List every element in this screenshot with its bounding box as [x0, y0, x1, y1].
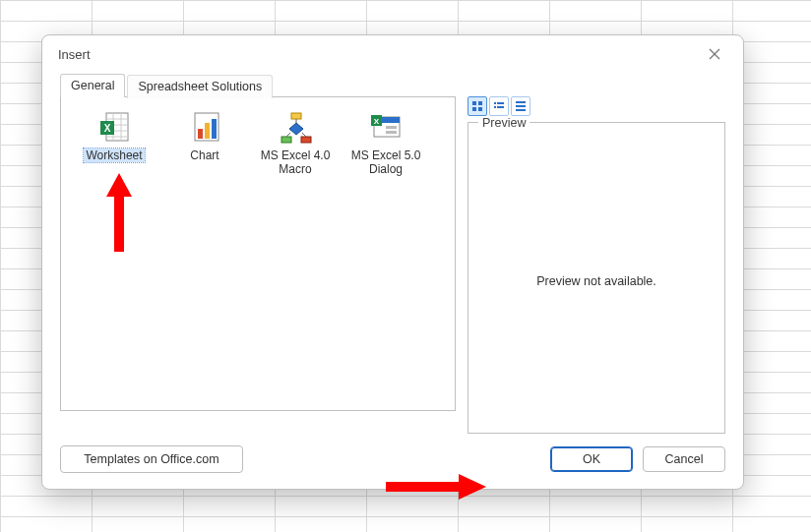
excel-dialog-icon: X	[368, 109, 404, 145]
preview-panel: Preview Preview not available.	[468, 122, 725, 434]
svg-rect-24	[386, 126, 397, 129]
svg-rect-34	[494, 106, 496, 108]
svg-rect-36	[516, 101, 526, 103]
dialog-footer: Templates on Office.com OK Cancel	[42, 445, 743, 489]
view-list-button[interactable]	[489, 96, 509, 116]
svg-rect-32	[494, 102, 496, 104]
view-details-button[interactable]	[511, 96, 530, 116]
template-item-macro[interactable]: MS Excel 4.0 Macro	[250, 109, 341, 176]
cancel-button[interactable]: Cancel	[643, 446, 725, 472]
svg-text:X: X	[104, 123, 111, 134]
insert-dialog: Insert General Spreadsheet Solutions X	[41, 34, 744, 490]
excel-worksheet-icon: X	[96, 109, 132, 145]
svg-rect-29	[478, 101, 482, 105]
svg-rect-18	[301, 137, 311, 143]
svg-rect-35	[497, 106, 504, 108]
svg-rect-25	[386, 131, 397, 134]
view-large-icons-button[interactable]	[468, 96, 487, 116]
svg-line-21	[302, 133, 306, 137]
dialog-titlebar: Insert	[42, 35, 743, 73]
template-item-label: MS Excel 5.0 Dialog	[341, 148, 431, 176]
dialog-content: X Worksheet Chart	[42, 96, 743, 445]
template-item-label: Chart	[190, 148, 218, 162]
tab-strip: General Spreadsheet Solutions	[42, 73, 743, 96]
svg-rect-31	[478, 107, 482, 111]
list-icon	[493, 100, 505, 112]
details-icon	[515, 100, 527, 112]
right-column: Preview Preview not available.	[468, 96, 725, 434]
dialog-title: Insert	[58, 47, 698, 62]
svg-rect-13	[205, 123, 210, 139]
close-icon	[708, 47, 721, 61]
preview-message: Preview not available.	[536, 274, 656, 288]
svg-rect-17	[281, 137, 291, 143]
template-list-panel[interactable]: X Worksheet Chart	[60, 96, 456, 411]
template-item-worksheet[interactable]: X Worksheet	[69, 109, 159, 176]
svg-rect-37	[516, 105, 526, 107]
large-icons-icon	[471, 100, 483, 112]
svg-rect-30	[472, 107, 476, 111]
flowchart-macro-icon	[278, 109, 313, 145]
svg-rect-33	[497, 102, 504, 104]
tab-general[interactable]: General	[60, 74, 125, 97]
template-item-dialog[interactable]: X MS Excel 5.0 Dialog	[341, 109, 431, 176]
svg-text:X: X	[374, 117, 380, 126]
preview-content: Preview not available.	[468, 130, 724, 433]
preview-group-label: Preview	[478, 116, 530, 130]
svg-line-20	[286, 133, 290, 137]
chart-icon	[187, 109, 222, 145]
ok-button[interactable]: OK	[550, 446, 633, 472]
svg-rect-28	[472, 101, 476, 105]
template-item-label: MS Excel 4.0 Macro	[250, 148, 341, 176]
tab-spreadsheet-solutions[interactable]: Spreadsheet Solutions	[127, 75, 273, 98]
svg-rect-38	[516, 109, 526, 111]
svg-rect-14	[212, 119, 217, 139]
template-item-chart[interactable]: Chart	[159, 109, 250, 176]
svg-rect-12	[198, 129, 203, 139]
close-button[interactable]	[698, 40, 731, 68]
templates-office-button[interactable]: Templates on Office.com	[60, 445, 243, 473]
svg-marker-16	[289, 123, 303, 135]
template-item-label: Worksheet	[84, 148, 144, 162]
svg-rect-15	[291, 113, 301, 119]
